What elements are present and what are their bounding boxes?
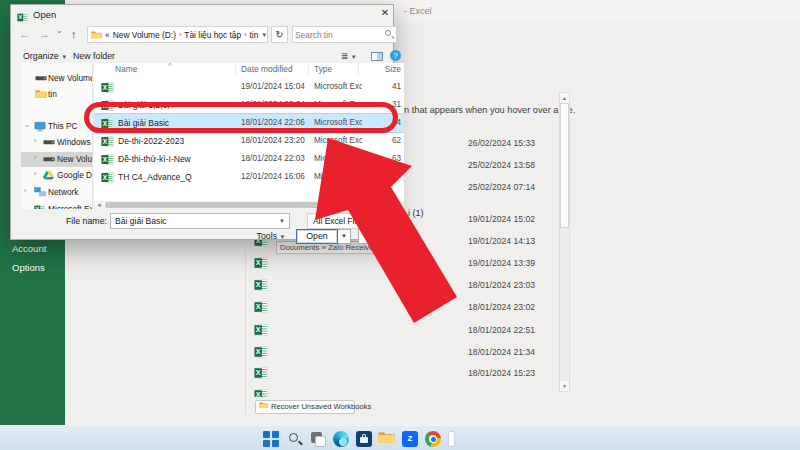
organize-button[interactable]: Organize ▼	[23, 51, 67, 61]
start-button-icon[interactable]	[263, 430, 281, 448]
preview-pane-icon[interactable]	[371, 52, 383, 61]
task-view-icon[interactable]	[309, 430, 327, 448]
breadcrumb-overflow-chevron[interactable]: «	[105, 30, 110, 40]
open-split-dropdown-icon[interactable]: ▼	[338, 229, 351, 244]
recent-file-date: 18/01/2024 23:02	[435, 302, 535, 312]
edge-icon[interactable]	[332, 430, 350, 448]
store-icon[interactable]	[355, 430, 373, 448]
search-icon-handle	[391, 36, 395, 40]
file-name: De-thi-2022-2023	[118, 136, 184, 146]
back-icon[interactable]: ←	[19, 28, 30, 40]
file-row[interactable]: X19/01/2024 15:04Microsoft Excel W...41	[94, 78, 404, 96]
chevron-right-icon: ›	[179, 31, 181, 38]
open-button[interactable]: Open	[296, 229, 338, 244]
expander-icon[interactable]: ›	[24, 187, 26, 194]
recent-file-date: 25/02/2024 07:14	[435, 182, 535, 192]
expander-icon[interactable]: ›	[34, 137, 36, 144]
scroll-up-icon[interactable]: ▲	[560, 93, 569, 103]
search-icon[interactable]	[286, 430, 304, 448]
recent-file-date: 18/01/2024 22:51	[435, 325, 535, 335]
new-folder-button[interactable]: New folder	[73, 51, 115, 61]
file-type: Microsoft Excel W...	[314, 154, 362, 163]
svg-text:X: X	[256, 326, 261, 333]
excel-partial-icon[interactable]	[443, 430, 461, 448]
file-type-select[interactable]: All Excel Files	[307, 213, 399, 229]
file-explorer-icon[interactable]	[378, 430, 396, 448]
desktop: - Excel Account Options on that appears …	[0, 0, 800, 450]
column-header-date[interactable]: Date modified	[241, 64, 293, 74]
breadcrumb[interactable]: « New Volume (D:) › Tài liệu học tập › t…	[87, 26, 268, 43]
sort-ascending-icon: ^	[168, 63, 172, 71]
hscrollbar-thumb[interactable]	[105, 202, 393, 208]
expander-icon[interactable]: ›	[34, 170, 36, 177]
chevron-right-icon: ›	[244, 31, 246, 38]
scroll-left-icon[interactable]: ◄	[96, 201, 102, 209]
tree-item-this-pc[interactable]: ⌄ This PC	[21, 119, 93, 134]
backstage-divider	[245, 250, 246, 415]
tree-item-label: New Volume (	[57, 154, 93, 164]
history-dropdown-icon[interactable]: ⌄	[56, 26, 63, 35]
excel-file-icon: X	[254, 300, 269, 315]
svg-text:X: X	[256, 259, 261, 266]
view-mode-button[interactable]: ≣ ▼	[341, 51, 357, 61]
file-row[interactable]: XDe-thi-2022-202318/01/2024 23:20Microso…	[94, 132, 404, 150]
scrollbar-thumb[interactable]	[560, 103, 569, 228]
excel-file-icon: X	[254, 323, 269, 338]
tree-item-label: Microsoft Excel	[48, 204, 93, 209]
column-header-size[interactable]: Size	[364, 64, 401, 74]
file-type: Microsoft Excel W...	[314, 82, 362, 91]
tree-item-new-volume[interactable]: › New Volume (	[21, 152, 93, 167]
drive-icon	[43, 154, 55, 165]
forward-icon[interactable]: →	[39, 28, 50, 40]
file-name-input[interactable]	[110, 213, 290, 229]
help-icon[interactable]: ?	[390, 50, 401, 61]
annotation-highlight-circle	[84, 102, 398, 133]
refresh-icon[interactable]: ↻	[271, 26, 288, 43]
breadcrumb-segment[interactable]: tin	[249, 30, 258, 40]
scroll-right-icon[interactable]: ►	[396, 201, 402, 209]
computer-icon	[34, 121, 46, 132]
search-box[interactable]	[292, 26, 397, 43]
cancel-button[interactable]: Cancel	[358, 229, 403, 244]
svg-text:X: X	[256, 369, 261, 376]
tree-item-windows-c[interactable]: › Windows (C:)	[21, 135, 93, 150]
close-icon[interactable]: ✕	[377, 7, 393, 21]
zalo-icon[interactable]: Z	[401, 430, 419, 448]
folder-icon	[35, 89, 47, 100]
breadcrumb-segment[interactable]: New Volume (D:)	[113, 30, 176, 40]
expander-icon[interactable]: ›	[34, 154, 36, 161]
drive-icon	[43, 137, 55, 148]
expander-icon[interactable]: ⌄	[24, 121, 30, 129]
file-row[interactable]: XTH C4_Advance_Q12/01/2024 16:06Microsof…	[94, 168, 404, 186]
file-name-label: File name:	[51, 216, 107, 226]
tree-item-label: Network	[48, 187, 78, 197]
excel-file-icon: X	[101, 152, 115, 166]
chrome-icon[interactable]	[424, 430, 442, 448]
tree-item-label: New Volume (D:	[48, 73, 93, 83]
recover-unsaved-workbooks-button[interactable]: Recover Unsaved Workbooks	[255, 400, 355, 414]
file-row[interactable]: XĐề-thi-thử-kì-I-New18/01/2024 22:03Micr…	[94, 150, 404, 168]
horizontal-scrollbar[interactable]: ◄ ►	[94, 201, 404, 209]
excel-file-icon: X	[101, 80, 115, 94]
breadcrumb-segment[interactable]: Tài liệu học tập	[184, 30, 241, 40]
tools-button[interactable]: Tools ▼	[248, 230, 294, 244]
chevron-down-icon[interactable]: ▼	[389, 218, 395, 224]
scroll-down-icon[interactable]: ▼	[560, 381, 569, 391]
sidebar-item-options[interactable]: Options	[12, 262, 45, 273]
column-header-name[interactable]: Name	[115, 64, 137, 74]
svg-text:X: X	[103, 138, 108, 145]
chevron-down-icon[interactable]: ▼	[261, 32, 267, 38]
tree-item-microsoft-excel[interactable]: XMicrosoft Excel	[21, 202, 93, 209]
chevron-down-icon[interactable]: ▼	[279, 218, 285, 224]
backstage-scrollbar[interactable]: ▲ ▼	[559, 92, 570, 392]
gdrive-icon	[43, 170, 55, 181]
tree-item-google-drive[interactable]: › Google Drive (	[21, 168, 93, 183]
column-header-type[interactable]: Type	[314, 64, 332, 74]
sidebar-item-account[interactable]: Account	[12, 243, 46, 254]
tree-item-network[interactable]: › Network	[21, 185, 93, 200]
tree-item-new-volume-d[interactable]: New Volume (D:	[21, 71, 93, 86]
search-input[interactable]	[295, 28, 381, 41]
up-icon[interactable]: ↑	[71, 28, 77, 40]
svg-text:X: X	[35, 206, 39, 209]
tree-item-tin[interactable]: tin	[21, 87, 93, 102]
